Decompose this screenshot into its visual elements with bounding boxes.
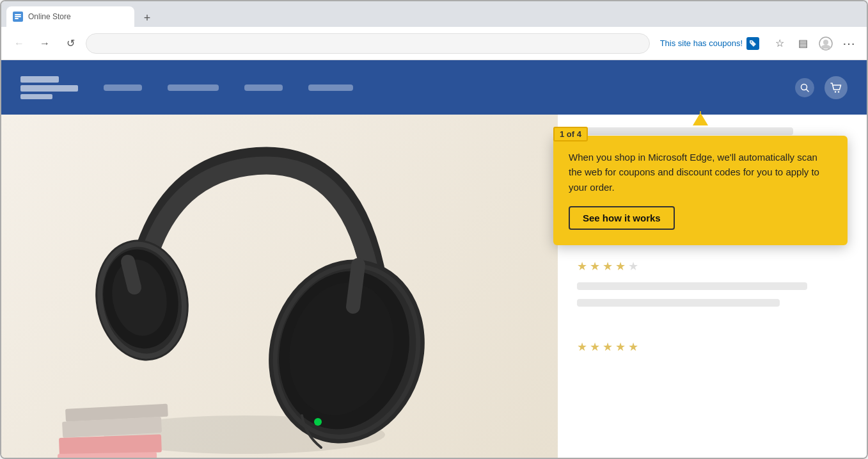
- svg-point-8: [835, 91, 836, 92]
- tab-title: Online Store: [28, 12, 128, 21]
- refresh-button[interactable]: ↺: [60, 33, 81, 54]
- browser-window: Online Store + ← → ↺ This site has coupo…: [0, 0, 868, 459]
- logo-line-1: [20, 76, 59, 83]
- coupons-text: This site has coupons!: [660, 38, 743, 48]
- tooltip-body-text: When you shop in Microsoft Edge, we'll a…: [569, 150, 832, 195]
- star-2: ★: [590, 259, 600, 273]
- tooltip-arrow: [688, 111, 713, 140]
- site-cart-icon[interactable]: [825, 76, 848, 99]
- active-tab[interactable]: Online Store: [6, 6, 134, 27]
- back-button[interactable]: ←: [9, 33, 29, 54]
- collections-button[interactable]: ▤: [793, 33, 813, 54]
- svg-point-19: [314, 418, 322, 426]
- site-nav-links: [104, 85, 769, 91]
- svg-rect-1: [15, 16, 21, 17]
- star-1: ★: [577, 259, 587, 273]
- svg-rect-2: [15, 18, 19, 19]
- see-how-button[interactable]: See how it works: [569, 206, 675, 230]
- product-stars-top: ★ ★ ★ ★ ★: [577, 259, 848, 273]
- nav-link-4: [308, 85, 353, 91]
- site-search-icon[interactable]: [795, 78, 814, 97]
- star-b4: ★: [615, 340, 626, 354]
- nav-link-1: [104, 85, 142, 91]
- star-b5: ★: [628, 340, 638, 354]
- logo-line-3: [20, 94, 52, 99]
- coupon-tooltip: 1 of 4 When you shop in Microsoft Edge, …: [553, 136, 848, 245]
- website-content: $ ★ ★ ★ ★ ★ ★ ★ ★ ★: [1, 60, 867, 458]
- forward-button[interactable]: →: [35, 33, 55, 54]
- url-bar[interactable]: [86, 33, 650, 54]
- nav-link-2: [168, 85, 219, 91]
- svg-rect-0: [15, 14, 21, 15]
- coupons-badge[interactable]: This site has coupons!: [655, 35, 764, 52]
- product-stars-bottom: ★ ★ ★ ★ ★: [577, 340, 848, 354]
- nav-link-3: [244, 85, 283, 91]
- hero-section: [1, 115, 558, 458]
- svg-line-7: [807, 89, 809, 92]
- star-4: ★: [615, 259, 626, 273]
- new-tab-button[interactable]: +: [137, 9, 157, 27]
- svg-point-9: [838, 91, 839, 92]
- favorites-button[interactable]: ☆: [769, 33, 790, 54]
- coupon-tag-icon: [746, 37, 759, 50]
- product-review-line2: [577, 299, 780, 307]
- headphones-image: [40, 115, 475, 458]
- profile-button[interactable]: [816, 33, 836, 54]
- svg-point-3: [751, 41, 752, 42]
- svg-marker-24: [693, 113, 708, 125]
- star-3: ★: [603, 259, 613, 273]
- logo-line-2: [20, 85, 78, 92]
- product-title-line1: [577, 127, 793, 135]
- toolbar-icons: ☆ ▤ ⋯: [769, 33, 859, 54]
- svg-point-5: [823, 40, 828, 45]
- tab-favicon: [13, 12, 23, 22]
- star-b1: ★: [577, 340, 587, 354]
- site-nav-right: [795, 76, 848, 99]
- progress-badge: 1 of 4: [553, 127, 588, 141]
- more-button[interactable]: ⋯: [839, 33, 859, 54]
- star-5: ★: [628, 259, 638, 273]
- star-b2: ★: [590, 340, 600, 354]
- product-review-line1: [577, 282, 807, 290]
- site-navbar: [1, 60, 867, 115]
- site-logo: [20, 76, 78, 99]
- star-b3: ★: [603, 340, 613, 354]
- tab-bar: Online Store +: [1, 1, 867, 27]
- address-bar: ← → ↺ This site has coupons! ☆ ▤: [1, 27, 867, 60]
